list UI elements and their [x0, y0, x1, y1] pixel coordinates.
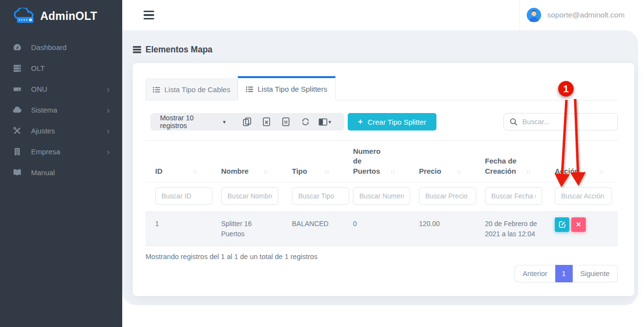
sort-icon[interactable]: ↑↓: [390, 168, 395, 176]
sidebar-item-manual[interactable]: Manual: [0, 162, 122, 183]
column-header-precio[interactable]: Precio↑↓: [409, 161, 475, 182]
sidebar-item-label: Sistema: [31, 106, 107, 114]
caret-down-icon: ▾: [223, 119, 226, 125]
search-box: [503, 113, 618, 131]
sort-icon[interactable]: ↑↓: [456, 168, 461, 176]
filter-tipo-input[interactable]: [292, 187, 349, 205]
page-title: Elementos Mapa: [133, 45, 212, 55]
column-header-tipo[interactable]: Tipo↑↓: [282, 161, 343, 182]
filter-accion-input[interactable]: [555, 187, 612, 205]
sidebar-item-sistema[interactable]: Sistema ›: [0, 99, 122, 120]
create-splitter-button[interactable]: + Crear Tipo Splitter: [348, 113, 436, 131]
tab-lista-tipo-cables[interactable]: Lista Tipo de Cables: [145, 79, 238, 100]
cell-actions: ×: [545, 212, 618, 245]
sidebar-item-label: Ajustes: [31, 127, 107, 135]
records-info: Mostrando registros del 1 al 1 de un tot…: [145, 253, 318, 261]
close-x-icon: ×: [576, 220, 581, 229]
top-header: soporte@adminolt.com: [122, 0, 644, 30]
sidebar: AdminOLT Dashboard OLT ONU ›: [0, 0, 122, 327]
sort-icon[interactable]: ↑↓: [599, 168, 603, 176]
content-card: Lista Tipo de Cables Lista Tipo de Split…: [133, 63, 634, 296]
filter-id-input[interactable]: [155, 187, 212, 205]
sort-icon[interactable]: ↑↓: [324, 168, 329, 176]
delete-button[interactable]: ×: [571, 217, 586, 232]
refresh-icon[interactable]: [296, 117, 315, 126]
sidebar-item-empresa[interactable]: Empresa ›: [0, 141, 122, 162]
column-header-puertos[interactable]: Numero de Puertos↑↓: [343, 141, 409, 182]
annotation-badge-1: 1: [558, 81, 574, 97]
chevron-right-icon: ›: [107, 127, 110, 135]
column-header-fecha[interactable]: Fecha de Creación↑↓: [475, 150, 545, 182]
sidebar-item-onu[interactable]: ONU ›: [0, 79, 122, 99]
sidebar-item-label: Manual: [31, 168, 110, 177]
create-splitter-label: Crear Tipo Splitter: [368, 118, 426, 126]
caret-down-icon: ▾: [328, 119, 331, 125]
tab-lista-tipo-splitters[interactable]: Lista Tipo de Splitters: [238, 76, 336, 100]
sort-icon[interactable]: ↑↓: [193, 168, 197, 176]
chevron-right-icon: ›: [107, 106, 110, 114]
table-toolbar: Mostrar 10 registros ▾: [145, 113, 618, 131]
cell-nombre: Splitter 16 Puertos: [211, 212, 282, 245]
avatar: [527, 8, 541, 22]
sidebar-nav: Dashboard OLT ONU › Sistema ›: [0, 37, 122, 183]
cloud-icon: [12, 105, 22, 115]
plus-icon: +: [358, 117, 363, 127]
list-icon: [153, 87, 160, 93]
columns-icon[interactable]: ▾: [315, 118, 335, 126]
user-menu[interactable]: soporte@adminolt.com: [519, 0, 644, 30]
pagination-page-1[interactable]: 1: [555, 265, 573, 282]
table-filter-row: [145, 182, 618, 212]
sort-icon[interactable]: ↑↓: [263, 168, 268, 176]
app-window: AdminOLT Dashboard OLT ONU ›: [0, 0, 644, 327]
sidebar-item-dashboard[interactable]: Dashboard: [0, 37, 122, 58]
gauge-icon: [12, 43, 22, 52]
chevron-right-icon: ›: [107, 85, 110, 94]
excel-file-icon[interactable]: [257, 117, 276, 126]
tab-label: Lista Tipo de Cables: [164, 85, 230, 94]
user-email: soporte@adminolt.com: [547, 11, 625, 19]
chevron-right-icon: ›: [107, 147, 110, 156]
table-footer: Mostrando registros del 1 al 1 de un tot…: [145, 253, 618, 282]
brand-name: AdminOLT: [40, 10, 97, 23]
sidebar-item-label: Dashboard: [31, 43, 110, 51]
book-icon: [12, 168, 22, 178]
filter-puertos-input[interactable]: [353, 187, 410, 205]
list-icon: [246, 86, 253, 92]
edit-button[interactable]: [555, 217, 569, 232]
sort-icon[interactable]: ↑↓: [526, 168, 531, 176]
filter-nombre-input[interactable]: [221, 187, 278, 205]
brand-logo[interactable]: AdminOLT: [0, 0, 122, 24]
sidebar-item-label: Empresa: [31, 147, 107, 156]
cloud-router-logo-icon: [14, 8, 36, 24]
filter-fecha-input[interactable]: [485, 187, 542, 205]
hamburger-menu-icon[interactable]: [144, 11, 154, 19]
column-header-nombre[interactable]: Nombre↑↓: [211, 161, 282, 182]
column-header-accion[interactable]: Acción↑↓: [545, 161, 618, 182]
server-stack-icon: [12, 64, 22, 73]
device-icon: [12, 84, 22, 94]
filter-precio-input[interactable]: [419, 187, 476, 205]
column-header-id[interactable]: ID↑↓: [145, 161, 211, 182]
content-panel: Elementos Mapa Lista Tipo de Cables: [122, 30, 638, 305]
pagination-next-button[interactable]: Siguiente: [573, 265, 618, 282]
copy-icon[interactable]: [237, 117, 257, 126]
cell-puertos: 0: [343, 212, 409, 245]
search-icon: [510, 118, 517, 126]
cell-fecha: 20 de Febrero de 2021 a las 12:04: [475, 212, 545, 245]
show-entries-dropdown[interactable]: Mostrar 10 registros ▾: [160, 114, 225, 130]
pagination-previous-button[interactable]: Anterior: [515, 265, 555, 282]
sidebar-item-olt[interactable]: OLT: [0, 58, 122, 79]
sidebar-item-ajustes[interactable]: Ajustes ›: [0, 120, 122, 141]
page-title-text: Elementos Mapa: [145, 45, 212, 55]
cell-id: 1: [145, 212, 211, 245]
tab-bar: Lista Tipo de Cables Lista Tipo de Split…: [145, 76, 618, 100]
sidebar-item-label: ONU: [31, 85, 107, 93]
sidebar-item-label: OLT: [31, 64, 110, 72]
document-icon[interactable]: [276, 117, 296, 126]
search-input[interactable]: [522, 118, 613, 126]
show-entries-label: Mostrar 10 registros: [160, 114, 220, 130]
cell-tipo: BALANCED: [282, 212, 343, 245]
table-header-row: ID↑↓ Nombre↑↓ Tipo↑↓ Numero de Puertos↑↓…: [145, 140, 618, 182]
toolbar-group: Mostrar 10 registros ▾: [150, 113, 344, 131]
main-area: soporte@adminolt.com Elementos Mapa List: [122, 0, 644, 327]
